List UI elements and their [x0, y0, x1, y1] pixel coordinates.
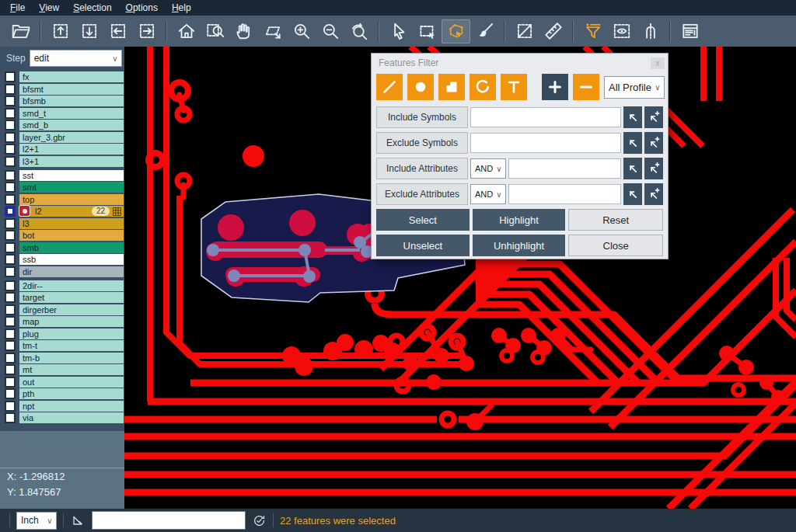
select-rectangle-button[interactable] — [413, 19, 442, 43]
layer-label[interactable]: top — [19, 194, 124, 205]
layer-label[interactable]: fx — [19, 71, 124, 82]
exclude-attributes-button[interactable]: Exclude Attributes — [376, 183, 468, 205]
highlight-button[interactable]: Highlight — [473, 209, 566, 231]
measure-button[interactable] — [510, 19, 539, 43]
layer-checkbox[interactable] — [5, 108, 16, 119]
layer-row-target[interactable]: target — [0, 292, 124, 303]
layer-row-smd_b[interactable]: smd_b — [0, 120, 124, 130]
layer-row-sst[interactable]: sst — [0, 170, 124, 181]
layer-label[interactable]: ssb — [19, 254, 124, 265]
pan-right-button[interactable] — [132, 19, 161, 43]
layer-row-dir[interactable]: dir — [0, 266, 124, 277]
remove-filter-button[interactable] — [573, 74, 599, 100]
menu-item-selection[interactable]: Selection — [66, 1, 118, 15]
layer-checkbox[interactable] — [5, 96, 16, 106]
layer-label[interactable]: dirgerber — [19, 304, 124, 315]
mass-brush-button[interactable] — [470, 19, 499, 43]
layer-checkbox[interactable] — [5, 71, 16, 82]
layer-label[interactable]: l3 — [19, 218, 124, 229]
pick-button[interactable] — [623, 183, 642, 205]
dialog-title-bar[interactable]: Features Filter x — [372, 54, 668, 72]
view-options-button[interactable] — [607, 19, 636, 43]
layer-row-out[interactable]: out — [0, 377, 124, 388]
layer-label[interactable]: bfsmb — [19, 96, 124, 106]
layer-label[interactable]: plug — [19, 329, 124, 339]
layer-row-fx[interactable]: fx — [0, 71, 124, 82]
pan-down-button[interactable] — [75, 19, 103, 43]
layer-label[interactable]: bfsmt — [19, 84, 124, 95]
layer-checkbox[interactable] — [5, 182, 16, 193]
layer-checkbox[interactable] — [5, 206, 16, 217]
layer-label[interactable]: smb — [19, 242, 124, 253]
layer-checkbox[interactable] — [5, 377, 16, 388]
layer-label[interactable]: npt — [19, 401, 124, 412]
features-filter-button[interactable] — [578, 19, 607, 43]
exclude-symbols-button[interactable]: Exclude Symbols — [376, 132, 468, 154]
add-filter-button[interactable] — [542, 74, 568, 100]
layer-label[interactable]: tm-t — [19, 340, 124, 351]
layer-label[interactable]: target — [19, 292, 124, 303]
zoom-previous-button[interactable] — [344, 19, 373, 43]
pick-add-button[interactable] — [644, 183, 663, 205]
layer-row-tm-t[interactable]: tm-t — [0, 340, 124, 351]
include-attributes-input[interactable] — [508, 158, 621, 179]
layer-checkbox[interactable] — [5, 364, 16, 375]
units-dropdown[interactable]: Inch ∨ — [16, 512, 57, 530]
arc-tool-button[interactable] — [470, 74, 496, 100]
layer-label[interactable]: layer_3.gbr — [19, 132, 124, 143]
zoom-out-button[interactable] — [316, 19, 344, 43]
layer-row-npt[interactable]: npt — [0, 401, 124, 412]
layer-checkbox[interactable] — [5, 412, 16, 423]
layer-label[interactable]: l3+1 — [19, 156, 124, 167]
pick-add-button[interactable] — [644, 158, 663, 179]
layer-checkbox[interactable] — [5, 280, 16, 291]
open-folder-button[interactable] — [6, 19, 35, 43]
close-button[interactable]: Close — [568, 235, 663, 256]
layer-label[interactable]: 2dir-- — [19, 280, 124, 291]
home-button[interactable] — [172, 19, 201, 43]
menu-item-file[interactable]: File — [3, 1, 32, 15]
report-button[interactable] — [676, 19, 704, 43]
layer-row-bfsmb[interactable]: bfsmb — [0, 96, 124, 106]
step-dropdown[interactable]: edit ∨ — [30, 50, 122, 67]
layer-checkbox[interactable] — [5, 218, 16, 229]
exclude-symbols-input[interactable] — [470, 133, 621, 153]
layer-checkbox[interactable] — [5, 353, 16, 363]
layer-checkbox[interactable] — [5, 144, 16, 155]
ruler-button[interactable] — [539, 19, 567, 43]
layer-row-smt[interactable]: smt — [0, 182, 124, 193]
layer-row-bot[interactable]: bot — [0, 230, 124, 241]
layer-label[interactable]: out — [19, 377, 124, 388]
menu-item-options[interactable]: Options — [119, 1, 165, 15]
pick-add-button[interactable] — [644, 132, 663, 154]
pad-tool-button[interactable] — [407, 74, 434, 100]
layer-checkbox[interactable] — [5, 401, 16, 412]
layer-checkbox[interactable] — [5, 304, 16, 315]
pick-button[interactable] — [623, 106, 642, 128]
pick-add-button[interactable] — [644, 106, 663, 128]
layer-row-ssb[interactable]: ssb — [0, 254, 124, 265]
measure-corner-icon[interactable] — [70, 513, 86, 528]
layer-label[interactable]: smt — [19, 182, 124, 193]
layer-checkbox[interactable] — [5, 156, 16, 167]
menu-item-help[interactable]: Help — [165, 1, 198, 15]
line-tool-button[interactable] — [376, 74, 403, 100]
layer-row-map[interactable]: map — [0, 316, 124, 327]
layer-label[interactable]: map — [19, 316, 124, 327]
menu-item-view[interactable]: View — [32, 1, 66, 15]
zoom-object-button[interactable] — [258, 19, 287, 43]
reset-button[interactable]: Reset — [568, 209, 663, 231]
layer-checkbox[interactable] — [5, 340, 16, 351]
layer-row-tm-b[interactable]: tm-b — [0, 353, 124, 363]
include-attributes-button[interactable]: Include Attributes — [376, 158, 468, 179]
unhighlight-button[interactable]: Unhighlight — [473, 235, 566, 256]
include-attributes-operator-dropdown[interactable]: AND∨ — [470, 158, 506, 179]
layer-row-2dir--[interactable]: 2dir-- — [0, 280, 124, 291]
layer-row-l3+1[interactable]: l3+1 — [0, 156, 124, 167]
layer-label[interactable]: via — [19, 412, 124, 423]
layer-label[interactable]: mt — [19, 364, 124, 375]
layer-checkbox[interactable] — [5, 292, 16, 303]
layer-checkbox[interactable] — [5, 388, 16, 399]
layer-label[interactable]: smd_b — [19, 120, 124, 130]
layer-row-via[interactable]: via — [0, 412, 124, 423]
